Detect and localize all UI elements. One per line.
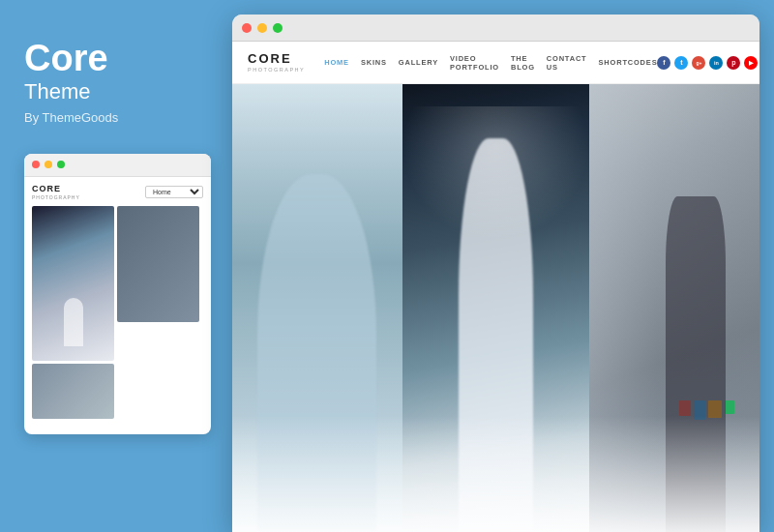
social-linkedin[interactable]: in (709, 56, 723, 70)
mini-dot-yellow (45, 161, 52, 168)
social-facebook[interactable]: f (657, 56, 670, 70)
nav-shortcodes[interactable]: SHORTCODES (599, 58, 658, 67)
website-content: CORE PHOTOGRAPHY HOME SKINS GALLERY VIDE… (232, 42, 759, 532)
gallery-col-right (589, 84, 759, 532)
mini-select[interactable]: Home (145, 186, 203, 198)
mini-right-col (117, 206, 199, 419)
nav-contact[interactable]: CONTACT US (547, 54, 587, 72)
social-icons: f t g+ in p ▶ (657, 56, 758, 70)
photo-center (402, 84, 589, 532)
social-pinterest[interactable]: p (727, 56, 740, 70)
theme-subtitle: Theme (24, 79, 90, 104)
browser-bar (232, 15, 759, 42)
gallery-col-left (232, 84, 402, 532)
site-logo-tagline: PHOTOGRAPHY (248, 67, 305, 73)
website-header: CORE PHOTOGRAPHY HOME SKINS GALLERY VIDE… (232, 42, 759, 84)
photo-left (232, 84, 402, 532)
social-googleplus[interactable]: g+ (692, 56, 705, 70)
site-logo: CORE PHOTOGRAPHY (248, 52, 305, 72)
dot-yellow[interactable] (257, 23, 267, 33)
social-twitter[interactable]: t (674, 56, 688, 70)
mini-img-secondary (32, 364, 114, 419)
nav-skins[interactable]: SKINS (361, 58, 387, 67)
mini-browser-preview: CORE PHOTOGRAPHY Home (24, 154, 211, 434)
mini-img-secondary-2 (117, 206, 199, 322)
nav-home[interactable]: HOME (324, 58, 349, 67)
theme-title: Core (24, 39, 108, 79)
mini-logo: CORE PHOTOGRAPHY (32, 185, 80, 200)
mini-nav-row: CORE PHOTOGRAPHY Home (32, 185, 203, 200)
site-nav: HOME SKINS GALLERY VIDEO PORTFOLIO THE B… (324, 54, 657, 72)
nav-blog[interactable]: THE BLOG (511, 54, 535, 72)
mini-left-col (32, 206, 114, 419)
mini-images (32, 206, 203, 419)
dot-red[interactable] (242, 23, 252, 33)
left-panel: Core Theme By ThemeGoods CORE PHOTOGRAPH… (0, 0, 232, 532)
nav-gallery[interactable]: GALLERY (399, 58, 438, 67)
mini-dot-red (32, 161, 40, 168)
dot-green[interactable] (273, 23, 283, 33)
social-youtube[interactable]: ▶ (744, 56, 758, 70)
theme-by: By ThemeGoods (24, 110, 118, 125)
mini-browser-content: CORE PHOTOGRAPHY Home (24, 177, 211, 419)
gallery-area (232, 84, 759, 532)
gallery-col-center (402, 84, 589, 532)
main-browser: CORE PHOTOGRAPHY HOME SKINS GALLERY VIDE… (232, 15, 759, 532)
mini-img-main (32, 206, 114, 361)
photo-right (589, 84, 759, 532)
mini-browser-bar (24, 154, 211, 177)
site-logo-name: CORE (248, 52, 305, 66)
nav-video-portfolio[interactable]: VIDEO PORTFOLIO (450, 54, 499, 72)
mini-dot-green (57, 161, 65, 168)
